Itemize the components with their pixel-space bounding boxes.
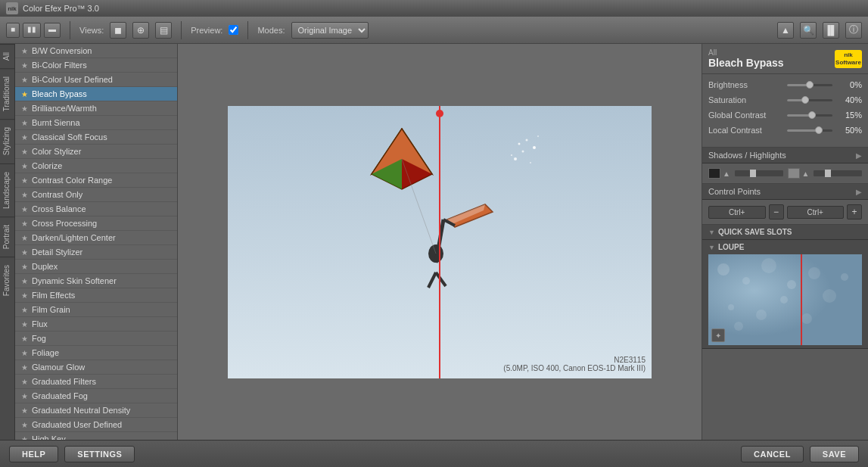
filter-item[interactable]: ★Dynamic Skin Softener [15,274,177,288]
filter-star-icon[interactable]: ★ [21,335,28,343]
filter-star-icon[interactable]: ★ [21,349,28,357]
view-split-btn[interactable]: ▮▮ [23,23,41,38]
help-button[interactable]: HELP [9,446,58,462]
filter-star-icon[interactable]: ★ [21,277,28,285]
split-handle[interactable] [436,110,443,117]
filter-star-icon[interactable]: ★ [21,291,28,300]
filter-star-icon[interactable]: ★ [21,191,28,199]
split-line[interactable] [439,106,440,378]
filter-star-icon[interactable]: ★ [21,205,28,213]
shadow-swatch-dark[interactable] [708,168,720,179]
filter-star-icon[interactable]: ★ [21,133,28,142]
filter-star-icon[interactable]: ★ [21,306,28,314]
filter-star-icon[interactable]: ★ [21,248,28,257]
tab-landscape[interactable]: Landscape [0,163,14,216]
saturation-slider[interactable] [787,99,832,101]
view-icon-1[interactable]: ◼ [110,22,126,39]
highlight-swatch[interactable] [788,168,800,179]
filter-item[interactable]: ★Bi-Color Filters [15,58,177,73]
shadows-section-header[interactable]: Shadows / Highlights ▶ [702,148,868,163]
filter-item[interactable]: ★Flux [15,317,177,332]
filter-item[interactable]: ★Graduated Fog [15,389,177,403]
filter-star-icon[interactable]: ★ [21,363,28,372]
filter-item[interactable]: ★Film Effects [15,288,177,303]
tab-stylizing[interactable]: Stylizing [0,119,14,163]
filter-item[interactable]: ★Classical Soft Focus [15,130,177,145]
filter-star-icon[interactable]: ★ [21,406,28,415]
shadow-mini-slider[interactable] [735,170,783,176]
filter-star-icon[interactable]: ★ [21,148,28,156]
tab-all[interactable]: All [0,44,14,68]
filter-star-icon[interactable]: ★ [21,119,28,127]
vertical-tabs: All Traditional Stylizing Landscape Port… [0,44,15,440]
cp-add-btn-2[interactable]: Ctrl+ [787,206,845,219]
filter-star-icon[interactable]: ★ [21,263,28,271]
filter-item[interactable]: ★Graduated Neutral Density [15,403,177,418]
filter-item[interactable]: ★Color Stylizer [15,145,177,159]
zoom-out-btn[interactable]: ▲ [777,22,794,39]
filter-item[interactable]: ★Brilliance/Warmth [15,101,177,116]
view-single-btn[interactable]: ■ [6,23,20,38]
filter-item[interactable]: ★High Key [15,432,177,440]
loupe-zoom-btn[interactable]: ✦ [711,328,725,342]
filter-star-icon[interactable]: ★ [21,219,28,228]
modes-select[interactable]: Original Image [291,22,369,39]
filter-item[interactable]: ★Glamour Glow [15,360,177,375]
highlight-mini-slider[interactable] [814,170,862,176]
global-contrast-slider[interactable] [787,114,832,117]
filter-star-icon[interactable]: ★ [21,378,28,386]
tab-traditional[interactable]: Traditional [0,68,14,119]
filter-item[interactable]: ★Contrast Only [15,188,177,202]
tab-favorites[interactable]: Favorites [0,257,14,304]
main-image[interactable]: N2E3115 (5.0MP, ISO 400, Canon EOS-1D Ma… [228,106,652,378]
filter-item[interactable]: ★Graduated User Defined [15,418,177,432]
filter-star-icon[interactable]: ★ [21,162,28,170]
settings-button[interactable]: SETTINGS [64,446,135,462]
local-contrast-slider[interactable] [787,129,832,132]
view-icon-2[interactable]: ⊕ [132,22,149,39]
filter-item[interactable]: ★Film Grain [15,303,177,317]
filter-item[interactable]: ★Bleach Bypass [15,87,177,101]
preview-checkbox[interactable] [229,25,238,35]
filter-item[interactable]: ★Foliage [15,346,177,360]
panel-header: All Bleach Bypass nikSoftware [702,44,868,74]
filter-item[interactable]: ★Contrast Color Range [15,173,177,188]
filter-item[interactable]: ★Colorize [15,159,177,173]
filter-item[interactable]: ★Cross Balance [15,202,177,216]
control-points-section-header[interactable]: Control Points ▶ [702,184,868,200]
brightness-slider[interactable] [787,84,832,86]
view-icon-3[interactable]: ▤ [155,22,172,39]
filter-star-icon[interactable]: ★ [21,421,28,429]
filter-star-icon[interactable]: ★ [21,234,28,242]
cp-add-btn-1[interactable]: Ctrl+ [708,206,766,219]
filter-star-icon[interactable]: ★ [21,76,28,84]
filter-item[interactable]: ★Duplex [15,260,177,274]
filter-star-icon[interactable]: ★ [21,176,28,185]
filter-item[interactable]: ★Darken/Lighten Center [15,231,177,245]
filter-item[interactable]: ★Detail Stylizer [15,245,177,260]
compare-btn[interactable]: ▐▌ [823,22,839,39]
filter-item[interactable]: ★Graduated Filters [15,375,177,389]
tab-portrait[interactable]: Portrait [0,216,14,257]
zoom-fit-btn[interactable]: 🔍 [800,22,817,39]
filter-item-label: Color Stylizer [32,147,81,156]
save-button[interactable]: SAVE [810,446,859,462]
filter-item[interactable]: ★B/W Conversion [15,44,177,58]
filter-item[interactable]: ★Cross Processing [15,216,177,231]
filter-star-icon[interactable]: ★ [21,104,28,113]
cp-plus-btn[interactable]: + [847,204,862,219]
filter-item[interactable]: ★Fog [15,332,177,346]
filter-star-icon[interactable]: ★ [21,61,28,70]
cp-minus-btn-1[interactable]: − [769,204,784,219]
filter-star-icon[interactable]: ★ [21,90,28,98]
filter-item[interactable]: ★Burnt Sienna [15,116,177,130]
toolbar: ■ ▮▮ ▬ Views: ◼ ⊕ ▤ Preview: Modes: Orig… [0,17,868,44]
filter-item-label: Bi-Color User Defined [32,75,113,84]
filter-item[interactable]: ★Bi-Color User Defined [15,73,177,87]
filter-star-icon[interactable]: ★ [21,320,28,328]
cancel-button[interactable]: CANCEL [741,446,804,462]
filter-star-icon[interactable]: ★ [21,392,28,400]
filter-star-icon[interactable]: ★ [21,47,28,55]
info-btn[interactable]: ⓘ [845,22,862,39]
view-compare-btn[interactable]: ▬ [44,23,61,38]
